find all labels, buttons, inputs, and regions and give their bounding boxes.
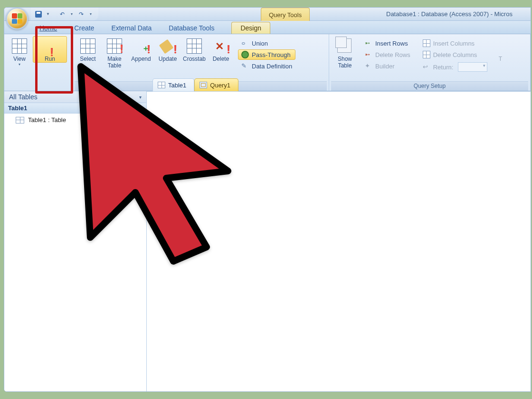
undo-icon[interactable]: ↶ bbox=[58, 10, 66, 18]
chevron-down-icon: ▾ bbox=[19, 62, 20, 66]
return-button[interactable]: Return: bbox=[419, 61, 491, 73]
select-button[interactable]: Select bbox=[75, 36, 101, 63]
tab-database-tools[interactable]: Database Tools bbox=[160, 22, 223, 34]
delete-rows-icon bbox=[365, 51, 372, 58]
truncated-button[interactable]: T bbox=[494, 36, 507, 63]
insert-rows-button[interactable]: Insert Rows bbox=[361, 38, 414, 48]
redo-dropdown-icon[interactable]: ▾ bbox=[87, 10, 95, 18]
nav-item-label: Table1 : Table bbox=[28, 116, 66, 124]
crosstab-button[interactable]: Crosstab bbox=[181, 36, 208, 63]
delete-columns-label: Delete Columns bbox=[433, 51, 477, 58]
annotation-cursor-icon bbox=[71, 62, 242, 266]
undo-dropdown-icon[interactable]: ▾ bbox=[68, 10, 76, 18]
delete-icon: ✕ bbox=[213, 38, 228, 54]
redo-icon[interactable]: ↷ bbox=[77, 10, 85, 18]
delete-columns-icon bbox=[423, 51, 430, 58]
delete-button[interactable]: ✕ Delete bbox=[208, 36, 234, 63]
insert-columns-label: Insert Columns bbox=[433, 40, 475, 47]
update-icon bbox=[160, 38, 175, 54]
union-icon bbox=[241, 39, 249, 47]
globe-icon bbox=[241, 51, 249, 58]
window-title: Database1 : Database (Access 2007) - Mic… bbox=[267, 10, 527, 18]
union-button[interactable]: Union bbox=[238, 38, 295, 48]
delete-rows-label: Delete Rows bbox=[375, 51, 410, 58]
make-table-icon bbox=[107, 38, 122, 54]
pencil-icon bbox=[241, 62, 249, 70]
tab-design[interactable]: Design bbox=[231, 22, 270, 34]
append-button[interactable]: ＋ Append bbox=[128, 36, 154, 63]
crosstab-icon bbox=[187, 38, 202, 54]
truncated-icon bbox=[493, 38, 508, 54]
data-definition-button[interactable]: Data Definition bbox=[238, 61, 295, 71]
show-table-label: Show Table bbox=[338, 56, 352, 69]
office-logo-icon bbox=[12, 13, 22, 24]
office-button[interactable] bbox=[6, 8, 28, 29]
qat-dropdown-icon[interactable]: ▼ bbox=[44, 10, 52, 18]
view-label: View bbox=[13, 56, 26, 62]
append-label: Append bbox=[131, 56, 151, 62]
builder-button[interactable]: Builder bbox=[361, 61, 414, 71]
annotation-highlight-box bbox=[35, 26, 73, 94]
return-combo[interactable] bbox=[458, 62, 487, 72]
update-button[interactable]: Update bbox=[154, 36, 181, 63]
datasheet-icon bbox=[12, 38, 27, 54]
insert-columns-icon bbox=[423, 39, 430, 47]
insert-columns-button[interactable]: Insert Columns bbox=[419, 38, 491, 48]
builder-icon bbox=[365, 62, 372, 70]
group-label-query-setup: Query Setup bbox=[331, 81, 528, 91]
builder-label: Builder bbox=[375, 63, 394, 70]
delete-rows-button[interactable]: Delete Rows bbox=[361, 49, 414, 60]
show-table-button[interactable]: Show Table bbox=[331, 36, 359, 69]
quick-access-toolbar: ▼ ↶ ▾ ↷ ▾ bbox=[31, 8, 98, 20]
return-label: Return: bbox=[433, 64, 454, 71]
select-icon bbox=[80, 38, 95, 54]
return-icon bbox=[423, 63, 430, 71]
view-button[interactable]: View ▾ bbox=[6, 36, 33, 67]
ribbon-tabs: Home Create External Data Database Tools… bbox=[4, 21, 531, 34]
update-label: Update bbox=[159, 56, 177, 62]
crosstab-label: Crosstab bbox=[183, 56, 206, 62]
query-type-extra: Union Pass-Through Data Definition bbox=[234, 36, 299, 73]
title-bar: ▼ ↶ ▾ ↷ ▾ Query Tools Database1 : Databa… bbox=[4, 8, 531, 21]
table-icon bbox=[16, 117, 24, 124]
select-label: Select bbox=[80, 56, 95, 62]
append-icon: ＋ bbox=[133, 38, 149, 54]
data-definition-label: Data Definition bbox=[252, 63, 292, 70]
save-icon[interactable] bbox=[35, 10, 42, 18]
rows-column: Insert Rows Delete Rows Builder bbox=[359, 36, 417, 73]
union-label: Union bbox=[252, 40, 268, 47]
pass-through-label: Pass-Through bbox=[252, 51, 291, 58]
nav-header-label: All Tables bbox=[9, 93, 38, 101]
delete-columns-button[interactable]: Delete Columns bbox=[419, 49, 491, 60]
pass-through-button[interactable]: Pass-Through bbox=[238, 49, 295, 60]
insert-rows-icon bbox=[365, 39, 372, 47]
truncated-label: T bbox=[499, 56, 502, 62]
show-table-icon bbox=[337, 38, 352, 54]
cols-column: Insert Columns Delete Columns Return: bbox=[417, 36, 494, 75]
insert-rows-label: Insert Rows bbox=[375, 40, 408, 47]
tab-external-data[interactable]: External Data bbox=[103, 22, 160, 34]
ribbon-group-query-setup: Show Table Insert Rows Delete Rows Build… bbox=[329, 34, 531, 91]
delete-label: Delete bbox=[213, 56, 229, 62]
